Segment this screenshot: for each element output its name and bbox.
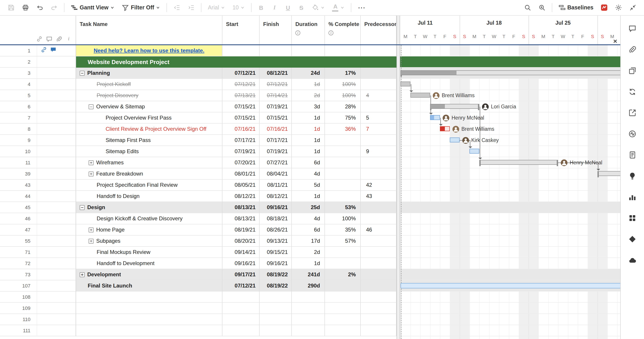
predecessor-cell[interactable] <box>361 258 396 269</box>
bold-button[interactable]: B <box>255 2 268 14</box>
grid-row-71[interactable]: 71Final Mockups Review09/14/2109/15/212d <box>0 247 396 258</box>
row-number[interactable]: 110 <box>0 314 37 325</box>
rail-publish-button[interactable] <box>625 106 640 120</box>
start-cell[interactable] <box>222 325 260 336</box>
start-cell[interactable]: 07/12/21 <box>222 68 260 79</box>
predecessor-cell[interactable] <box>361 247 396 258</box>
percent-cell[interactable] <box>325 280 361 291</box>
duration-cell[interactable] <box>292 45 325 57</box>
percent-cell[interactable]: 100% <box>325 79 361 90</box>
rail-apps-button[interactable] <box>625 211 640 226</box>
zoom-button[interactable] <box>535 2 548 14</box>
finish-cell[interactable] <box>260 45 292 57</box>
row-number[interactable]: 107 <box>0 280 37 291</box>
task-cell[interactable] <box>76 314 222 325</box>
finish-cell[interactable] <box>260 57 292 68</box>
duration-cell[interactable]: 1d <box>292 124 325 135</box>
duration-cell[interactable]: 2d <box>292 90 325 101</box>
rail-proofs-button[interactable] <box>625 64 640 78</box>
percent-cell[interactable]: 53% <box>325 202 361 213</box>
percent-cell[interactable]: 2% <box>325 269 361 280</box>
grid-row-46[interactable]: 46Design Kickoff & Creative Discovery08/… <box>0 213 396 224</box>
grid-row-72[interactable]: 72Handoff to Development09/16/2109/16/21… <box>0 258 396 269</box>
task-cell[interactable]: +Home Page <box>76 224 222 236</box>
start-cell[interactable] <box>222 57 260 68</box>
percent-cell[interactable] <box>325 57 361 68</box>
gantt-bar-3[interactable] <box>400 70 620 75</box>
duration-cell[interactable]: 1d <box>292 112 325 124</box>
start-cell[interactable]: 07/19/21 <box>222 146 260 157</box>
duration-cell[interactable]: 25d <box>292 202 325 213</box>
predecessor-cell[interactable] <box>361 135 396 146</box>
start-cell[interactable]: 09/17/21 <box>222 269 260 280</box>
rail-insights-button[interactable] <box>625 169 640 184</box>
start-cell[interactable]: 07/17/21 <box>222 135 260 146</box>
task-cell[interactable]: Handoff to Development <box>76 258 222 269</box>
finish-cell[interactable] <box>260 303 292 314</box>
task-cell[interactable] <box>76 325 222 336</box>
start-cell[interactable]: 07/20/21 <box>222 157 260 168</box>
row-number[interactable]: 47 <box>0 224 37 235</box>
predecessor-cell[interactable] <box>361 213 396 224</box>
predecessor-cell[interactable]: 43 <box>361 191 396 202</box>
task-cell[interactable]: Website Development Project <box>76 57 222 68</box>
gantt-bar-10[interactable] <box>470 149 479 154</box>
gantt-bar-4[interactable] <box>400 82 410 86</box>
finish-cell[interactable]: 08/12/21 <box>260 68 292 79</box>
grid-row-109[interactable]: 109 <box>0 303 396 314</box>
percent-cell[interactable] <box>325 45 361 57</box>
finish-cell[interactable]: 08/19/22 <box>260 269 292 280</box>
save-button[interactable] <box>4 2 18 14</box>
grid-row-55[interactable]: 55+Subpages08/20/2109/13/2117d57% <box>0 236 396 247</box>
percent-cell[interactable] <box>325 303 361 314</box>
start-cell[interactable]: 09/16/21 <box>222 258 260 269</box>
rail-charts-button[interactable] <box>625 190 640 205</box>
grid-row-107[interactable]: 107Final Site Launch07/12/2108/19/22290d <box>0 280 396 291</box>
duration-cell[interactable]: 1d <box>292 146 325 157</box>
row-number[interactable]: 8 <box>0 124 37 134</box>
row-number[interactable]: 1 <box>0 45 37 56</box>
row-number[interactable]: 9 <box>0 135 37 146</box>
finish-cell[interactable]: 07/27/21 <box>260 157 292 168</box>
grid-row-4[interactable]: 4Project Kickoff07/12/2107/12/211d100% <box>0 79 396 90</box>
row-number[interactable]: 11 <box>0 157 37 168</box>
duration-cell[interactable]: 4d <box>292 168 325 180</box>
start-cell[interactable]: 08/12/21 <box>222 191 260 202</box>
task-cell[interactable] <box>76 303 222 314</box>
collapse-toggle[interactable]: − <box>80 205 84 210</box>
finish-cell[interactable]: 08/04/21 <box>260 168 292 180</box>
task-cell[interactable]: +Subpages <box>76 236 222 247</box>
row-number[interactable]: 10 <box>0 146 37 157</box>
start-cell[interactable]: 07/12/21 <box>222 79 260 90</box>
percent-cell[interactable]: 17% <box>325 68 361 79</box>
start-cell[interactable] <box>222 45 260 57</box>
duration-cell[interactable]: 1d <box>292 191 325 202</box>
task-cell[interactable]: Project Kickoff <box>76 79 222 90</box>
baselines-button[interactable]: Baselines <box>555 2 596 14</box>
start-cell[interactable]: 07/15/21 <box>222 112 260 124</box>
start-cell[interactable]: 08/05/21 <box>222 180 260 191</box>
row-number[interactable]: 2 <box>0 57 37 67</box>
start-cell[interactable]: 07/15/21 <box>222 101 260 112</box>
predecessor-cell[interactable] <box>361 236 396 247</box>
gantt-bar-107[interactable] <box>400 283 620 288</box>
task-cell[interactable]: +Wireframes <box>76 157 222 168</box>
percent-cell[interactable] <box>325 258 361 269</box>
duration-cell[interactable]: 290d <box>292 280 325 291</box>
finish-cell[interactable]: 07/12/21 <box>260 79 292 90</box>
start-cell[interactable]: 08/13/21 <box>222 202 260 213</box>
underline-button[interactable]: U <box>282 2 294 14</box>
expand-toggle[interactable]: + <box>88 238 94 243</box>
grid-row-39[interactable]: 39+Feature Breakdown08/01/2108/04/214d <box>0 168 396 180</box>
duration-cell[interactable]: 1d <box>292 79 325 90</box>
start-cell[interactable] <box>222 291 260 303</box>
row-number[interactable]: 39 <box>0 168 37 179</box>
rail-update-requests-button[interactable] <box>625 85 640 99</box>
start-cell[interactable]: 07/16/21 <box>222 124 260 135</box>
collapse-toolbar-button[interactable] <box>626 2 640 14</box>
finish-cell[interactable]: 08/19/22 <box>260 280 292 291</box>
finish-cell[interactable]: 09/16/21 <box>260 258 292 269</box>
italic-button[interactable]: I <box>268 2 281 14</box>
rail-cloud-button[interactable] <box>625 253 640 268</box>
grid-row-73[interactable]: 73+Development09/17/2108/19/22241d2% <box>0 269 396 280</box>
